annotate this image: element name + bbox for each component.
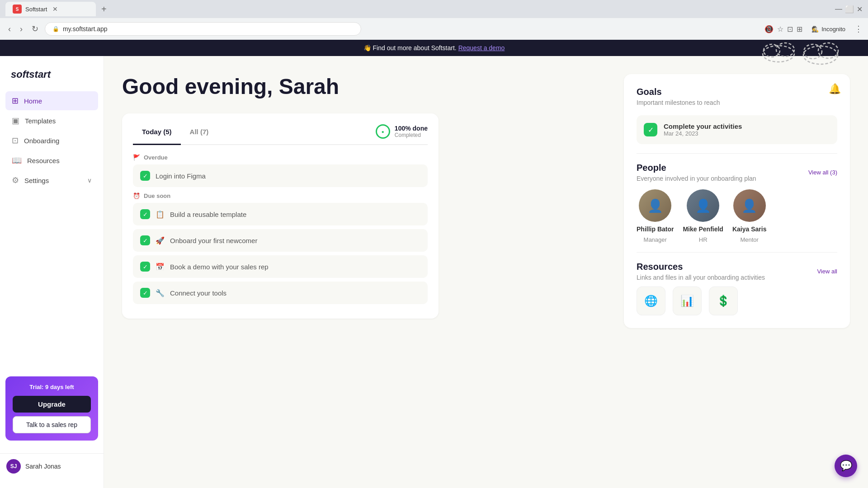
tab-close-button[interactable]: ✕ bbox=[52, 5, 58, 13]
trial-badge: Trial: 9 days left Upgrade Talk to a sal… bbox=[5, 376, 98, 441]
resources-title: Resources bbox=[637, 262, 765, 272]
person-card-phillip: 👤 Phillip Bator Manager bbox=[637, 189, 674, 243]
browser-controls: ‹ › ↻ 🔒 my.softstart.app 📵 ☆ ⊡ ⊞ 🕵 Incog… bbox=[0, 18, 868, 40]
person-role-kaiya: Mentor bbox=[740, 236, 758, 243]
task-item-newcomer[interactable]: ✓ 🚀 Onboard your first newcomer bbox=[133, 229, 428, 252]
back-button[interactable]: ‹ bbox=[5, 23, 14, 36]
goal-item[interactable]: ✓ Complete your activities Mar 24, 2023 bbox=[637, 115, 837, 144]
app-layout: softstart ⊞ Home ▣ Templates ⊡ Onboardin… bbox=[0, 56, 868, 488]
goal-check-icon: ✓ bbox=[644, 123, 657, 136]
overdue-section-label: 🚩 Overdue bbox=[133, 154, 428, 161]
resources-icon: 📖 bbox=[12, 155, 22, 165]
person-name-phillip: Phillip Bator bbox=[637, 225, 674, 233]
bookmark-icon[interactable]: ☆ bbox=[777, 25, 783, 33]
home-icon: ⊞ bbox=[12, 96, 19, 106]
tab-today[interactable]: Today (5) bbox=[133, 124, 181, 145]
url-text: my.softstart.app bbox=[63, 25, 108, 33]
resources-header: Resources Links and files in all your on… bbox=[637, 262, 837, 281]
menu-icon[interactable]: ⋮ bbox=[854, 24, 863, 34]
decorative-clouds bbox=[760, 38, 841, 65]
right-panel-wrapper: 🔔 Goals Important milestones to reach ✓ … bbox=[609, 56, 868, 488]
onboarding-icon: ⊡ bbox=[12, 136, 19, 145]
people-section: People Everyone involved in your onboard… bbox=[637, 163, 837, 243]
request-demo-link[interactable]: Request a demo bbox=[458, 44, 505, 52]
templates-icon: ▣ bbox=[12, 116, 19, 126]
main-content: Good evening, Sarah Today (5) All (7) ● … bbox=[104, 56, 609, 488]
svg-point-3 bbox=[803, 46, 838, 64]
people-sub: Everyone involved in your onboarding pla… bbox=[637, 175, 756, 182]
forward-button[interactable]: › bbox=[17, 23, 25, 36]
task-item-figma[interactable]: ✓ Login into Figma bbox=[133, 164, 428, 187]
minimize-button[interactable]: — bbox=[835, 5, 842, 13]
tab-all[interactable]: All (7) bbox=[181, 124, 218, 145]
tasks-tabs: Today (5) All (7) ● 100% done Completed bbox=[133, 124, 428, 145]
new-tab-button[interactable]: + bbox=[101, 4, 107, 14]
bell-icon[interactable]: 🔔 bbox=[829, 83, 841, 95]
people-grid: 👤 Phillip Bator Manager 👤 Mike Penfield … bbox=[637, 189, 837, 243]
progress-sub: Completed bbox=[395, 132, 428, 138]
person-card-mike: 👤 Mike Penfield HR bbox=[683, 189, 723, 243]
chat-button[interactable]: 💬 bbox=[835, 455, 857, 477]
sidebar-item-settings[interactable]: ⚙ Settings ∨ bbox=[5, 171, 98, 190]
right-panel: 🔔 Goals Important milestones to reach ✓ … bbox=[624, 74, 850, 328]
task-check-icon: ✓ bbox=[140, 235, 150, 245]
task-check-icon: ✓ bbox=[140, 262, 150, 272]
resource-icon-chart[interactable]: 📊 bbox=[673, 286, 702, 315]
sidebar-item-label: Settings bbox=[24, 177, 49, 184]
task-item-template[interactable]: ✓ 📋 Build a reusable template bbox=[133, 203, 428, 225]
sidebar-item-label: Home bbox=[24, 97, 42, 105]
sidebar-item-resources[interactable]: 📖 Resources bbox=[5, 151, 98, 170]
cloud-left-icon bbox=[760, 38, 797, 63]
sidebar-item-onboarding[interactable]: ⊡ Onboarding bbox=[5, 131, 98, 150]
maximize-button[interactable]: ⬜ bbox=[845, 5, 854, 14]
view-all-people-link[interactable]: View all (3) bbox=[808, 169, 837, 176]
sidebar-item-home[interactable]: ⊞ Home bbox=[5, 91, 98, 110]
section-divider bbox=[637, 153, 837, 154]
talk-to-sales-button[interactable]: Talk to a sales rep bbox=[13, 416, 91, 433]
task-item-demo[interactable]: ✓ 📅 Book a demo with your sales rep bbox=[133, 255, 428, 278]
sidebar-item-label: Templates bbox=[25, 117, 56, 125]
screenshot-icon[interactable]: ⊡ bbox=[787, 25, 793, 33]
sidebar-item-templates[interactable]: ▣ Templates bbox=[5, 111, 98, 130]
resource-icon-currency[interactable]: 💲 bbox=[709, 286, 738, 315]
trial-text: Trial: 9 days left bbox=[13, 384, 91, 390]
browser-titlebar: S Softstart ✕ + — ⬜ ✕ bbox=[0, 0, 868, 18]
banner-text: 👋 Find out more about Softstart. bbox=[363, 44, 457, 52]
lock-icon: 🔒 bbox=[52, 26, 59, 32]
person-name-mike: Mike Penfield bbox=[683, 225, 723, 233]
flag-icon: 🚩 bbox=[133, 154, 140, 161]
due-soon-section-label: ⏰ Due soon bbox=[133, 192, 428, 199]
resources-icons: 🌐 📊 💲 bbox=[637, 286, 837, 315]
page-greeting: Good evening, Sarah bbox=[122, 74, 591, 99]
user-name: Sarah Jonas bbox=[25, 463, 61, 470]
sidebar-item-label: Onboarding bbox=[24, 137, 59, 145]
close-window-button[interactable]: ✕ bbox=[857, 5, 863, 14]
person-avatar-mike: 👤 bbox=[687, 189, 719, 222]
camera-off-icon: 📵 bbox=[764, 25, 774, 33]
person-avatar-kaiya: 👤 bbox=[733, 189, 766, 222]
settings-icon: ⚙ bbox=[12, 175, 19, 185]
goals-sub: Important milestones to reach bbox=[637, 99, 837, 106]
resource-icon-web[interactable]: 🌐 bbox=[637, 286, 665, 315]
task-check-icon: ✓ bbox=[140, 209, 150, 219]
goals-title: Goals bbox=[637, 87, 837, 97]
browser-favicon: S bbox=[13, 5, 22, 14]
browser-tab[interactable]: S Softstart ✕ bbox=[5, 2, 96, 16]
clock-icon: ⏰ bbox=[133, 192, 140, 199]
svg-point-2 bbox=[776, 43, 794, 56]
goal-text: Complete your activities bbox=[664, 122, 742, 130]
sidebar-user[interactable]: SJ Sarah Jonas bbox=[0, 453, 104, 479]
tasks-card: Today (5) All (7) ● 100% done Completed … bbox=[122, 113, 439, 319]
task-item-tools[interactable]: ✓ 🔧 Connect your tools bbox=[133, 282, 428, 304]
chevron-down-icon: ∨ bbox=[87, 177, 92, 184]
reload-button[interactable]: ↻ bbox=[29, 22, 41, 36]
view-all-resources-link[interactable]: View all bbox=[817, 268, 837, 275]
progress-circle: ● bbox=[376, 124, 390, 139]
goals-section: Goals Important milestones to reach ✓ Co… bbox=[637, 87, 837, 144]
split-screen-icon[interactable]: ⊞ bbox=[797, 25, 802, 33]
incognito-icon: 🕵 bbox=[811, 26, 819, 33]
task-check-icon: ✓ bbox=[140, 171, 150, 181]
person-role-phillip: Manager bbox=[644, 236, 667, 243]
address-bar[interactable]: 🔒 my.softstart.app bbox=[45, 22, 361, 36]
upgrade-button[interactable]: Upgrade bbox=[13, 396, 91, 413]
